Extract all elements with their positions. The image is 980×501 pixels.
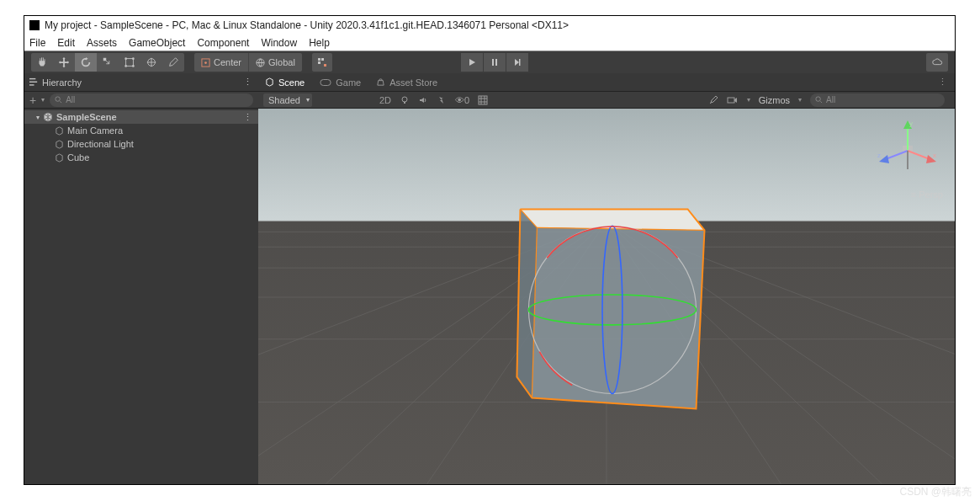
gizmos-dropdown[interactable]: Gizmos	[759, 95, 790, 105]
menu-component[interactable]: Component	[197, 37, 249, 49]
scale-tool[interactable]	[97, 53, 119, 72]
svg-rect-10	[318, 58, 320, 61]
svg-point-26	[816, 97, 820, 101]
mode-2d-toggle[interactable]: 2D	[379, 95, 391, 105]
projection-label[interactable]: ≡ Persp	[911, 189, 943, 200]
play-button[interactable]	[461, 53, 483, 72]
custom-tool[interactable]	[162, 53, 184, 72]
shading-dropdown[interactable]: Shaded	[263, 93, 312, 107]
menu-bar: File Edit Assets GameObject Component Wi…	[24, 35, 955, 51]
camera-icon[interactable]	[727, 95, 739, 105]
move-tool[interactable]	[53, 53, 75, 72]
svg-rect-1	[126, 59, 134, 67]
hierarchy-icon	[29, 77, 39, 87]
hidden-count[interactable]: 👁0	[455, 95, 469, 105]
scene-row[interactable]: ▾ SampleScene ⋮	[24, 110, 258, 124]
menu-help[interactable]: Help	[309, 37, 330, 49]
pivot-mode-button[interactable]: Center	[194, 53, 249, 72]
scene-search[interactable]: All	[810, 93, 945, 107]
menu-gameobject[interactable]: GameObject	[129, 37, 185, 49]
svg-rect-15	[495, 59, 497, 66]
svg-rect-24	[479, 96, 487, 104]
menu-window[interactable]: Window	[261, 37, 297, 49]
hierarchy-item-cube[interactable]: Cube	[24, 151, 258, 164]
transform-tool-group	[31, 53, 184, 72]
hierarchy-item-light[interactable]: Directional Light	[24, 137, 258, 151]
selected-cube	[258, 109, 955, 484]
snap-button[interactable]	[312, 53, 332, 72]
svg-rect-19	[29, 84, 34, 85]
svg-rect-12	[318, 61, 320, 64]
tab-asset-store[interactable]: Asset Store	[376, 77, 437, 88]
svg-rect-17	[29, 78, 35, 79]
gameobject-icon	[55, 140, 64, 149]
pause-button[interactable]	[484, 53, 506, 72]
svg-point-4	[124, 65, 127, 67]
scene-menu-icon[interactable]: ⋮	[243, 112, 253, 123]
store-icon	[376, 77, 385, 87]
center-icon	[201, 58, 210, 67]
svg-rect-21	[320, 79, 331, 85]
create-dropdown-icon[interactable]: ▾	[41, 96, 45, 104]
svg-rect-23	[404, 102, 405, 104]
tab-game[interactable]: Game	[320, 77, 361, 88]
cloud-icon	[931, 56, 943, 68]
watermark: CSDN @韩曙亮	[899, 485, 972, 499]
svg-text:y: y	[909, 120, 913, 127]
gameobject-icon	[55, 126, 64, 136]
unity-scene-icon	[43, 112, 53, 122]
svg-rect-25	[728, 98, 734, 103]
svg-text:x: x	[933, 152, 936, 159]
transform-tool-combined[interactable]	[140, 53, 162, 72]
gameobject-icon	[55, 153, 64, 163]
svg-point-3	[132, 57, 135, 60]
rotate-tool[interactable]	[75, 53, 97, 72]
game-icon	[320, 78, 331, 87]
svg-rect-11	[321, 58, 324, 61]
menu-file[interactable]: File	[29, 37, 45, 49]
fx-toggle-icon[interactable]	[437, 95, 447, 105]
cloud-button[interactable]	[926, 53, 948, 72]
hierarchy-panel: Hierarchy ⋮ + ▾ All ▾ SampleScene ⋮	[24, 73, 258, 484]
hierarchy-search[interactable]: All	[50, 93, 253, 107]
svg-rect-16	[519, 59, 521, 66]
svg-text:z: z	[877, 152, 881, 159]
audio-toggle-icon[interactable]	[418, 95, 428, 105]
grid-toggle-icon[interactable]	[478, 95, 488, 105]
handle-rotation-button[interactable]: Global	[249, 53, 302, 72]
lighting-toggle-icon[interactable]	[400, 95, 410, 105]
tools-icon[interactable]	[708, 95, 718, 105]
svg-rect-13	[324, 64, 326, 67]
hierarchy-menu-icon[interactable]: ⋮	[243, 77, 253, 88]
svg-point-5	[132, 65, 135, 67]
title-bar: My project - SampleScene - PC, Mac & Lin…	[24, 16, 955, 35]
svg-point-20	[56, 97, 60, 101]
scene-icon	[265, 77, 274, 87]
orientation-gizmo[interactable]: y x z	[874, 117, 941, 184]
step-button[interactable]	[506, 53, 528, 72]
main-toolbar: Center Global	[24, 51, 955, 73]
svg-point-8	[204, 61, 207, 64]
hierarchy-tab[interactable]: Hierarchy ⋮	[24, 73, 258, 92]
unity-logo-icon	[29, 20, 40, 30]
search-icon	[815, 96, 823, 104]
scene-viewport[interactable]: y x z ≡ Persp	[258, 109, 955, 484]
hierarchy-toolbar: + ▾ All	[24, 92, 258, 109]
snap-grid-icon	[317, 57, 327, 67]
hierarchy-item-camera[interactable]: Main Camera	[24, 124, 258, 137]
search-icon	[55, 96, 62, 104]
svg-rect-14	[492, 59, 494, 66]
menu-assets[interactable]: Assets	[87, 37, 117, 49]
expand-icon[interactable]: ▾	[36, 114, 40, 121]
scene-panel-menu-icon[interactable]: ⋮	[938, 77, 948, 88]
rect-tool[interactable]	[119, 53, 140, 72]
create-button[interactable]: +	[29, 93, 36, 107]
svg-point-22	[402, 97, 407, 102]
scene-toolbar: Shaded 2D 👁0 ▾ Gizmos ▾ All	[258, 92, 955, 109]
svg-rect-0	[103, 58, 107, 61]
hand-tool[interactable]	[31, 53, 53, 72]
playback-controls	[461, 53, 528, 72]
tab-scene[interactable]: Scene	[265, 77, 305, 88]
window-title: My project - SampleScene - PC, Mac & Lin…	[45, 19, 569, 31]
menu-edit[interactable]: Edit	[57, 37, 75, 49]
